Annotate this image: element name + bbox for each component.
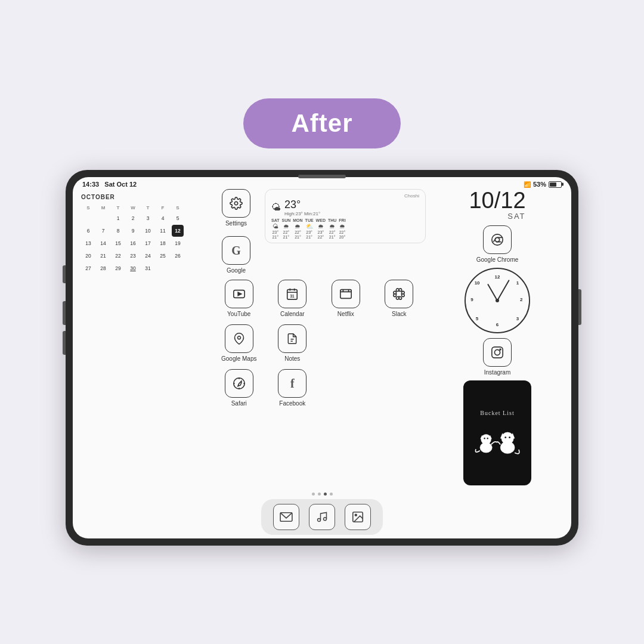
cal-day-7[interactable]: 7 <box>97 225 109 237</box>
cal-day-27[interactable]: 27 <box>82 262 94 274</box>
svg-point-38 <box>504 436 506 438</box>
slack-label: Slack <box>392 311 406 317</box>
cal-day-28[interactable]: 28 <box>97 262 109 274</box>
cal-day-empty <box>82 212 94 224</box>
clock-minute-hand <box>497 280 509 301</box>
cal-day-25[interactable]: 25 <box>157 250 169 262</box>
svg-point-12 <box>237 336 240 339</box>
cal-day-1[interactable]: 1 <box>112 212 124 224</box>
svg-text:31: 31 <box>290 294 295 298</box>
clock-num-10: 10 <box>475 280 480 286</box>
clock-num-12: 12 <box>495 274 500 279</box>
dock-area <box>73 490 571 538</box>
cal-day-18[interactable]: 18 <box>157 237 169 249</box>
dock-music-icon[interactable] <box>309 504 335 530</box>
app-netflix[interactable]: Netflix <box>322 280 370 317</box>
cal-day-23[interactable]: 23 <box>127 250 139 262</box>
right-panel: 10/12 SAT Google Chrome <box>432 189 563 485</box>
power-button[interactable] <box>578 289 581 325</box>
app-gmaps[interactable]: Google Maps <box>215 324 263 362</box>
time-display: 14:33 <box>82 181 99 188</box>
settings-label: Settings <box>225 220 247 227</box>
cal-day-2[interactable]: 2 <box>127 212 139 224</box>
app-safari[interactable]: Safari <box>215 369 263 407</box>
cal-header-w: W <box>126 204 140 212</box>
svg-point-21 <box>492 234 503 245</box>
dock-photos-icon[interactable] <box>345 504 371 530</box>
page-dot-2[interactable] <box>318 493 321 496</box>
tablet-device: 14:33 Sat Oct 12 📶 53% OCTOBER <box>66 170 578 546</box>
app-notes[interactable]: Notes <box>268 324 316 362</box>
cal-day-empty <box>172 262 184 274</box>
clock-face: 12 1 2 3 6 5 9 10 <box>465 268 530 333</box>
app-chrome[interactable]: Google Chrome <box>473 225 521 263</box>
battery-label: 53% <box>533 181 546 188</box>
volume-up-button[interactable] <box>63 301 66 325</box>
cal-day-3[interactable]: 3 <box>142 212 154 224</box>
cal-day-5[interactable]: 5 <box>172 212 184 224</box>
screen-content: OCTOBER S M T W T F S 1 2 <box>73 189 571 490</box>
cal-day-11[interactable]: 11 <box>157 225 169 237</box>
after-badge: After <box>243 98 400 148</box>
cal-day-20[interactable]: 20 <box>82 250 94 262</box>
svg-rect-25 <box>492 347 503 358</box>
cal-day-31[interactable]: 31 <box>142 262 154 274</box>
apps-row4: Safari f Facebook <box>212 369 426 407</box>
cal-day-30[interactable]: 30 <box>127 262 139 274</box>
safari-label: Safari <box>231 400 247 407</box>
cal-day-10[interactable]: 10 <box>142 225 154 237</box>
cal-day-16[interactable]: 16 <box>127 237 139 249</box>
app-slack[interactable]: Slack <box>375 280 423 317</box>
svg-marker-2 <box>238 292 242 296</box>
page-dot-1[interactable] <box>312 493 315 496</box>
cal-day-29[interactable]: 29 <box>112 262 124 274</box>
volume-down-button[interactable] <box>63 331 66 355</box>
app-google[interactable]: G Google <box>212 236 260 274</box>
cats-illustration <box>470 421 524 457</box>
cal-day-21[interactable]: 21 <box>97 250 109 262</box>
cal-day-14[interactable]: 14 <box>97 237 109 249</box>
cal-day-12-today[interactable]: 12 <box>172 225 184 237</box>
app-youtube[interactable]: YouTube <box>215 280 263 317</box>
cal-day-24[interactable]: 24 <box>142 250 154 262</box>
instagram-icon-box <box>483 338 512 367</box>
app-settings[interactable]: Settings <box>212 189 260 227</box>
cal-day-17[interactable]: 17 <box>142 237 154 249</box>
clock-num-1: 1 <box>516 280 519 286</box>
app-facebook[interactable]: f Facebook <box>268 369 316 407</box>
page-dot-3-active[interactable] <box>324 493 327 496</box>
weather-days: SAT🌤23°21° SUN🌧22°21° MON🌧22°21° TUE⛅23°… <box>271 218 419 239</box>
app-calendar[interactable]: 31 Calendar <box>268 280 316 317</box>
netflix-label: Netflix <box>338 311 354 317</box>
date-display: Sat Oct 12 <box>104 181 137 188</box>
page-dots <box>312 493 333 496</box>
clock-num-2: 2 <box>520 296 522 302</box>
bucket-list-widget[interactable]: Bucket List <box>463 380 531 485</box>
instagram-label: Instagram <box>484 369 510 376</box>
clock-num-9: 9 <box>470 296 473 302</box>
cal-day-6[interactable]: 6 <box>82 225 94 237</box>
cal-day-13[interactable]: 13 <box>82 237 94 249</box>
weather-city: Choshi <box>404 193 419 199</box>
cal-day-15[interactable]: 15 <box>112 237 124 249</box>
page-dot-4[interactable] <box>330 493 333 496</box>
svg-point-32 <box>484 437 485 439</box>
svg-point-29 <box>481 434 491 444</box>
google-icon-box: G <box>222 236 250 265</box>
cal-day-4[interactable]: 4 <box>157 212 169 224</box>
cal-day-26[interactable]: 26 <box>172 250 184 262</box>
clock-center-dot <box>496 299 499 302</box>
dock-mail-icon[interactable] <box>273 504 299 530</box>
svg-point-26 <box>494 349 500 355</box>
svg-point-33 <box>487 437 488 439</box>
cal-day-19[interactable]: 19 <box>172 237 184 249</box>
cal-day-22[interactable]: 22 <box>112 250 124 262</box>
clock-widget: 12 1 2 3 6 5 9 10 <box>465 268 530 333</box>
facebook-label: Facebook <box>279 400 305 407</box>
cal-day-8[interactable]: 8 <box>112 225 124 237</box>
status-right-icons: 📶 53% <box>524 181 562 188</box>
cal-day-9[interactable]: 9 <box>127 225 139 237</box>
dock <box>261 499 383 535</box>
cal-header-t1: T <box>111 204 125 212</box>
app-instagram[interactable]: Instagram <box>473 338 521 376</box>
